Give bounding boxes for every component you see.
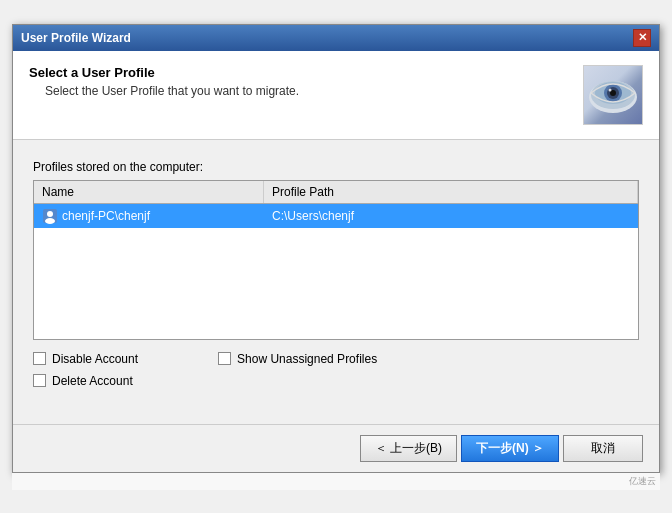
close-button[interactable]: ✕ [633, 29, 651, 47]
table-header: Name Profile Path [34, 181, 638, 204]
cancel-button[interactable]: 取消 [563, 435, 643, 462]
cell-name: chenjf-PC\chenjf [34, 204, 264, 228]
column-header-name: Name [34, 181, 264, 203]
delete-account-checkbox[interactable]: Delete Account [33, 374, 133, 388]
header-title: Select a User Profile [29, 65, 583, 80]
checkbox-row-2: Delete Account [33, 374, 639, 388]
header-subtitle: Select the User Profile that you want to… [45, 84, 583, 98]
column-header-path: Profile Path [264, 181, 638, 203]
header-panel: Select a User Profile Select the User Pr… [13, 51, 659, 140]
user-icon [42, 208, 58, 224]
window-title: User Profile Wizard [21, 31, 131, 45]
checkboxes-section: Disable Account Show Unassigned Profiles… [33, 340, 639, 404]
show-unassigned-label: Show Unassigned Profiles [237, 352, 377, 366]
header-text-area: Select a User Profile Select the User Pr… [29, 65, 583, 98]
cell-path: C:\Users\chenjf [264, 205, 638, 227]
delete-account-label: Delete Account [52, 374, 133, 388]
profiles-table: Name Profile Path chenjf-PC\chenjf [33, 180, 639, 340]
header-image [583, 65, 643, 125]
footer: ＜ 上一步(B) 下一步(N) ＞ 取消 [13, 424, 659, 472]
svg-point-8 [47, 211, 53, 217]
next-button[interactable]: 下一步(N) ＞ [461, 435, 559, 462]
table-body: chenjf-PC\chenjf C:\Users\chenjf [34, 204, 638, 336]
disable-account-box[interactable] [33, 352, 46, 365]
table-row[interactable]: chenjf-PC\chenjf C:\Users\chenjf [34, 204, 638, 228]
show-unassigned-box[interactable] [218, 352, 231, 365]
delete-account-box[interactable] [33, 374, 46, 387]
title-bar: User Profile Wizard ✕ [13, 25, 659, 51]
content-panel: Profiles stored on the computer: Name Pr… [13, 140, 659, 414]
watermark: 亿速云 [12, 473, 660, 490]
profiles-label: Profiles stored on the computer: [33, 160, 639, 174]
svg-point-9 [45, 218, 55, 224]
eye-icon [585, 67, 641, 123]
svg-point-6 [609, 88, 612, 91]
main-window: User Profile Wizard ✕ Select a User Prof… [12, 24, 660, 473]
disable-account-label: Disable Account [52, 352, 138, 366]
checkbox-row-1: Disable Account Show Unassigned Profiles [33, 352, 639, 366]
back-button[interactable]: ＜ 上一步(B) [360, 435, 457, 462]
disable-account-checkbox[interactable]: Disable Account [33, 352, 138, 366]
show-unassigned-checkbox[interactable]: Show Unassigned Profiles [218, 352, 377, 366]
